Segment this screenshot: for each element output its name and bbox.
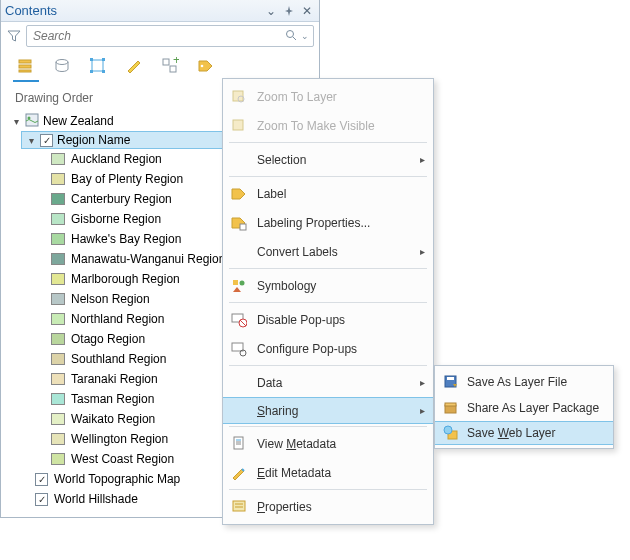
search-row: ⌄: [1, 22, 319, 50]
search-dropdown-icon[interactable]: ⌄: [301, 31, 309, 41]
layer-context-menu: Zoom To Layer Zoom To Make Visible Selec…: [222, 78, 434, 525]
legend-label: Nelson Region: [71, 292, 150, 306]
svg-rect-6: [92, 60, 103, 71]
color-swatch: [51, 213, 65, 225]
list-by-snapping-icon[interactable]: +: [157, 53, 183, 79]
legend-label: Tasman Region: [71, 392, 154, 406]
legend-label: Southland Region: [71, 352, 166, 366]
basemap-label: World Topographic Map: [54, 472, 180, 486]
configure-popups-icon: [229, 339, 249, 359]
expand-arrow-icon[interactable]: ▾: [26, 135, 36, 146]
chevron-right-icon: ▸: [420, 246, 425, 257]
svg-rect-11: [163, 59, 169, 65]
submenu-save-layer-file[interactable]: Save As Layer File: [435, 369, 613, 395]
legend-label: Waikato Region: [71, 412, 155, 426]
layer-checkbox[interactable]: ✓: [35, 473, 48, 486]
svg-rect-3: [19, 65, 31, 68]
svg-point-40: [444, 426, 452, 434]
menu-convert-labels[interactable]: Convert Labels ▸: [223, 237, 433, 266]
menu-zoom-to-layer: Zoom To Layer: [223, 82, 433, 111]
list-by-drawing-order-icon[interactable]: [13, 53, 39, 79]
legend-label: Taranaki Region: [71, 372, 158, 386]
menu-symbology[interactable]: Symbology: [223, 271, 433, 300]
search-box[interactable]: ⌄: [26, 25, 314, 47]
svg-point-0: [287, 30, 294, 37]
legend-label: Bay of Plenty Region: [71, 172, 183, 186]
save-web-layer-icon: [441, 423, 461, 443]
color-swatch: [51, 413, 65, 425]
svg-point-14: [201, 65, 204, 68]
svg-line-1: [293, 37, 296, 40]
chevron-right-icon: ▸: [420, 405, 425, 416]
svg-rect-32: [233, 501, 245, 511]
color-swatch: [51, 393, 65, 405]
autohide-icon[interactable]: ⌄: [263, 3, 279, 19]
color-swatch: [51, 333, 65, 345]
submenu-share-layer-package[interactable]: Share As Layer Package: [435, 395, 613, 421]
list-by-labeling-icon[interactable]: [193, 53, 219, 79]
labeling-props-icon: [229, 213, 249, 233]
map-label: New Zealand: [43, 114, 114, 128]
disable-popups-icon: [229, 310, 249, 330]
layer-checkbox[interactable]: ✓: [40, 134, 53, 147]
list-by-selection-icon[interactable]: [85, 53, 111, 79]
search-input[interactable]: [31, 28, 285, 44]
svg-rect-21: [233, 280, 238, 285]
menu-disable-popups[interactable]: Disable Pop-ups: [223, 305, 433, 334]
menu-labeling-properties[interactable]: Labeling Properties...: [223, 208, 433, 237]
svg-rect-26: [232, 343, 243, 351]
svg-rect-7: [90, 58, 93, 61]
color-swatch: [51, 353, 65, 365]
symbology-icon: [229, 276, 249, 296]
svg-rect-10: [102, 70, 105, 73]
svg-rect-9: [90, 70, 93, 73]
legend-label: Otago Region: [71, 332, 145, 346]
svg-point-5: [56, 60, 68, 65]
expand-arrow-icon[interactable]: ▾: [11, 116, 21, 127]
color-swatch: [51, 153, 65, 165]
menu-selection[interactable]: Selection ▸: [223, 145, 433, 174]
sharing-submenu: Save As Layer File Share As Layer Packag…: [434, 365, 614, 449]
color-swatch: [51, 373, 65, 385]
menu-properties[interactable]: Properties: [223, 492, 433, 521]
list-by-editing-icon[interactable]: [121, 53, 147, 79]
pin-icon[interactable]: [281, 3, 297, 19]
basemap-label: World Hillshade: [54, 492, 138, 506]
svg-rect-8: [102, 58, 105, 61]
color-swatch: [51, 253, 65, 265]
menu-sharing[interactable]: Sharing ▸: [223, 397, 433, 424]
save-layer-file-icon: [441, 372, 461, 392]
view-metadata-icon: [229, 434, 249, 454]
menu-label[interactable]: Label: [223, 179, 433, 208]
legend-label: Manawatu-Wanganui Region: [71, 252, 225, 266]
color-swatch: [51, 233, 65, 245]
color-swatch: [51, 293, 65, 305]
zoom-layer-icon: [229, 87, 249, 107]
svg-rect-38: [445, 403, 456, 406]
color-swatch: [51, 193, 65, 205]
close-icon[interactable]: ✕: [299, 3, 315, 19]
search-icon[interactable]: [285, 29, 297, 44]
menu-zoom-visible: Zoom To Make Visible: [223, 111, 433, 140]
menu-view-metadata[interactable]: View Metadata: [223, 429, 433, 458]
menu-data[interactable]: Data ▸: [223, 368, 433, 397]
legend-label: Canterbury Region: [71, 192, 172, 206]
svg-point-16: [28, 116, 31, 119]
chevron-right-icon: ▸: [420, 377, 425, 388]
submenu-save-web-layer[interactable]: Save Web Layer: [435, 421, 613, 445]
legend-label: Marlborough Region: [71, 272, 180, 286]
legend-label: Auckland Region: [71, 152, 162, 166]
layer-label: Region Name: [57, 133, 130, 147]
chevron-right-icon: ▸: [420, 154, 425, 165]
menu-edit-metadata[interactable]: Edit Metadata: [223, 458, 433, 487]
svg-rect-4: [19, 70, 31, 72]
menu-configure-popups[interactable]: Configure Pop-ups: [223, 334, 433, 363]
svg-rect-19: [233, 120, 243, 130]
filter-icon[interactable]: [6, 28, 22, 44]
legend-label: Northland Region: [71, 312, 164, 326]
share-package-icon: [441, 398, 461, 418]
list-by-source-icon[interactable]: [49, 53, 75, 79]
panel-header: Contents ⌄ ✕: [1, 0, 319, 22]
legend-label: West Coast Region: [71, 452, 174, 466]
layer-checkbox[interactable]: ✓: [35, 493, 48, 506]
